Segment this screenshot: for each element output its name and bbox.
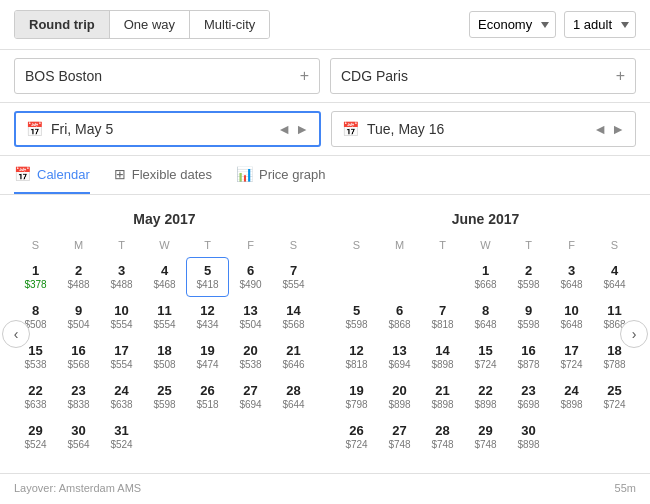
table-row[interactable]: 10$554 <box>100 297 143 337</box>
day-number: 17 <box>114 343 128 359</box>
tab-calendar[interactable]: 📅 Calendar <box>14 166 90 194</box>
day-price: $564 <box>67 439 89 451</box>
table-row[interactable]: 30$564 <box>57 417 100 457</box>
table-row[interactable]: 11$554 <box>143 297 186 337</box>
table-row[interactable]: 7$818 <box>421 297 464 337</box>
table-row[interactable]: 15$724 <box>464 337 507 377</box>
may-dh-w: W <box>143 237 186 253</box>
table-row[interactable]: 2$598 <box>507 257 550 297</box>
table-row[interactable]: 3$648 <box>550 257 593 297</box>
one-way-button[interactable]: One way <box>110 11 190 38</box>
table-row[interactable]: 18$508 <box>143 337 186 377</box>
table-row[interactable]: 14$898 <box>421 337 464 377</box>
table-row[interactable]: 14$568 <box>272 297 315 337</box>
day-number: 22 <box>28 383 42 399</box>
table-row[interactable]: 23$838 <box>57 377 100 417</box>
table-row[interactable]: 13$504 <box>229 297 272 337</box>
table-row[interactable]: 4$644 <box>593 257 636 297</box>
table-row[interactable]: 27$748 <box>378 417 421 457</box>
table-row[interactable]: 19$474 <box>186 337 229 377</box>
table-row[interactable]: 20$898 <box>378 377 421 417</box>
day-price: $644 <box>282 399 304 411</box>
round-trip-button[interactable]: Round trip <box>15 11 110 38</box>
table-row[interactable]: 29$748 <box>464 417 507 457</box>
day-number: 26 <box>349 423 363 439</box>
table-row[interactable]: 27$694 <box>229 377 272 417</box>
may-calendar: May 2017 S M T W T F S 1$3782$4883$4884$… <box>14 211 315 457</box>
table-row[interactable]: 20$538 <box>229 337 272 377</box>
return-date-field[interactable]: 📅 Tue, May 16 ◄ ► <box>331 111 636 147</box>
table-row[interactable]: 29$524 <box>14 417 57 457</box>
day-price: $568 <box>282 319 304 331</box>
table-row[interactable]: 24$898 <box>550 377 593 417</box>
day-price: $434 <box>196 319 218 331</box>
table-row[interactable]: 16$568 <box>57 337 100 377</box>
table-row[interactable]: 5$598 <box>335 297 378 337</box>
day-price: $538 <box>24 359 46 371</box>
day-number: 8 <box>482 303 489 319</box>
table-row[interactable]: 8$648 <box>464 297 507 337</box>
table-row[interactable]: 24$638 <box>100 377 143 417</box>
depart-date-field[interactable]: 📅 Fri, May 5 ◄ ► <box>14 111 321 147</box>
table-row[interactable]: 6$490 <box>229 257 272 297</box>
table-row[interactable]: 19$798 <box>335 377 378 417</box>
cabin-class-select[interactable]: Economy <box>469 11 556 38</box>
day-price: $748 <box>431 439 453 451</box>
table-row[interactable]: 22$898 <box>464 377 507 417</box>
table-row[interactable]: 23$698 <box>507 377 550 417</box>
tab-price-graph[interactable]: 📊 Price graph <box>236 166 325 194</box>
return-next-arrow[interactable]: ► <box>611 121 625 137</box>
table-row[interactable]: 25$598 <box>143 377 186 417</box>
table-row[interactable]: 28$748 <box>421 417 464 457</box>
day-number: 8 <box>32 303 39 319</box>
day-price: $668 <box>474 279 496 291</box>
table-row[interactable]: 17$554 <box>100 337 143 377</box>
depart-prev-arrow[interactable]: ◄ <box>277 121 291 137</box>
origin-plus[interactable]: + <box>300 67 309 85</box>
table-row[interactable]: 25$724 <box>593 377 636 417</box>
tab-calendar-label: Calendar <box>37 167 90 182</box>
table-row[interactable]: 22$638 <box>14 377 57 417</box>
table-row[interactable]: 3$488 <box>100 257 143 297</box>
table-row[interactable]: 10$648 <box>550 297 593 337</box>
next-month-button[interactable]: › <box>620 320 648 348</box>
table-row[interactable]: 5$418 <box>186 257 229 297</box>
depart-next-arrow[interactable]: ► <box>295 121 309 137</box>
table-row[interactable]: 9$598 <box>507 297 550 337</box>
destination-field[interactable]: CDG Paris + <box>330 58 636 94</box>
table-row[interactable]: 31$524 <box>100 417 143 457</box>
day-number: 10 <box>564 303 578 319</box>
table-row[interactable]: 17$724 <box>550 337 593 377</box>
flexible-tab-icon: ⊞ <box>114 166 126 182</box>
day-price: $646 <box>282 359 304 371</box>
return-prev-arrow[interactable]: ◄ <box>593 121 607 137</box>
passengers-select[interactable]: 1 adult <box>564 11 636 38</box>
day-price: $748 <box>474 439 496 451</box>
day-price: $378 <box>24 279 46 291</box>
prev-month-button[interactable]: ‹ <box>2 320 30 348</box>
table-row[interactable]: 4$468 <box>143 257 186 297</box>
table-row[interactable]: 9$504 <box>57 297 100 337</box>
multi-city-button[interactable]: Multi-city <box>190 11 269 38</box>
table-row[interactable]: 26$518 <box>186 377 229 417</box>
day-number: 3 <box>568 263 575 279</box>
day-number: 4 <box>161 263 168 279</box>
table-row[interactable]: 30$898 <box>507 417 550 457</box>
table-row[interactable]: 13$694 <box>378 337 421 377</box>
tab-flexible-dates[interactable]: ⊞ Flexible dates <box>114 166 212 194</box>
table-row[interactable]: 28$644 <box>272 377 315 417</box>
calendar-section: ‹ May 2017 S M T W T F S 1$3782$4883$488… <box>0 195 650 473</box>
table-row[interactable]: 1$668 <box>464 257 507 297</box>
table-row[interactable]: 21$646 <box>272 337 315 377</box>
table-row[interactable]: 16$878 <box>507 337 550 377</box>
table-row[interactable]: 2$488 <box>57 257 100 297</box>
destination-plus[interactable]: + <box>616 67 625 85</box>
table-row[interactable]: 21$898 <box>421 377 464 417</box>
table-row[interactable]: 7$554 <box>272 257 315 297</box>
table-row[interactable]: 12$434 <box>186 297 229 337</box>
table-row[interactable]: 6$868 <box>378 297 421 337</box>
origin-field[interactable]: BOS Boston + <box>14 58 320 94</box>
table-row[interactable]: 1$378 <box>14 257 57 297</box>
table-row[interactable]: 12$818 <box>335 337 378 377</box>
table-row[interactable]: 26$724 <box>335 417 378 457</box>
